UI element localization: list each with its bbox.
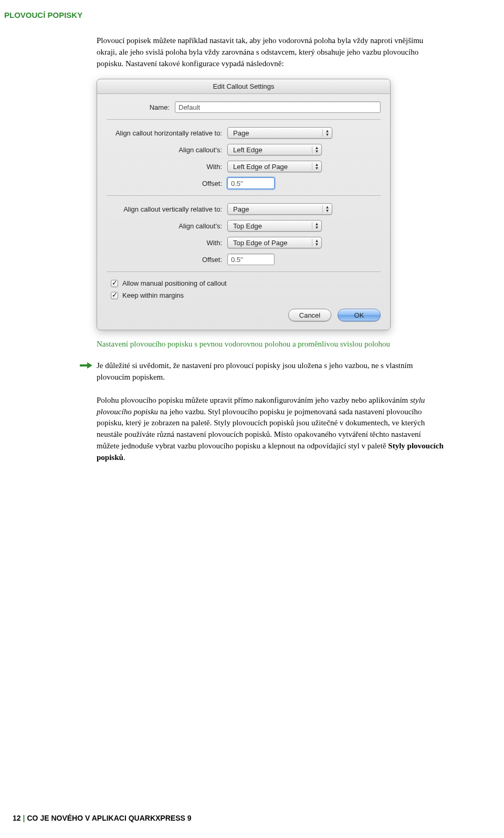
page-footer: 12|CO JE NOVÉHO V APLIKACI QUARKXPRESS 9 bbox=[13, 814, 191, 822]
select-value: Page bbox=[233, 205, 249, 213]
separator bbox=[107, 195, 381, 196]
h-offset-field[interactable]: 0.5" bbox=[227, 177, 275, 189]
h-with-select[interactable]: Left Edge of Page bbox=[227, 161, 322, 172]
cancel-button[interactable]: Cancel bbox=[288, 309, 331, 321]
v-with-label: With: bbox=[107, 239, 227, 247]
h-offset-label: Offset: bbox=[107, 180, 227, 187]
h-align-label: Align callout's: bbox=[107, 146, 227, 154]
updown-icon bbox=[322, 129, 330, 137]
separator bbox=[107, 271, 381, 272]
name-field[interactable]: Default bbox=[175, 101, 381, 113]
allow-manual-label: Allow manual positioning of callout bbox=[122, 279, 227, 287]
h-relative-label: Align callout horizontally relative to: bbox=[107, 129, 227, 137]
section-header: PLOVOUCÍ POPISKY bbox=[4, 11, 445, 19]
note-arrow-icon bbox=[80, 362, 92, 369]
h-with-label: With: bbox=[107, 163, 227, 171]
page-number: 12 bbox=[13, 814, 21, 822]
v-with-select[interactable]: Top Edge of Page bbox=[227, 237, 322, 248]
updown-icon bbox=[312, 222, 319, 229]
intro-paragraph: Plovoucí popisek můžete například nastav… bbox=[97, 35, 445, 69]
h-align-select[interactable]: Left Edge bbox=[227, 144, 322, 155]
v-relative-select[interactable]: Page bbox=[227, 203, 332, 215]
select-value: Top Edge of Page bbox=[233, 239, 287, 247]
v-offset-field[interactable]: 0.5" bbox=[227, 254, 275, 265]
figure-caption: Nastavení plovoucího popisku s pevnou vo… bbox=[97, 340, 445, 349]
select-value: Left Edge bbox=[233, 146, 262, 154]
edit-callout-dialog: Edit Callout Settings Name: Default Alig… bbox=[97, 79, 391, 330]
para-styles: Polohu plovoucího popisku můžete upravit… bbox=[97, 395, 445, 464]
v-align-label: Align callout's: bbox=[107, 222, 227, 230]
v-offset-label: Offset: bbox=[107, 256, 227, 264]
name-label: Name: bbox=[107, 103, 175, 111]
updown-icon bbox=[312, 163, 319, 170]
v-align-select[interactable]: Top Edge bbox=[227, 220, 322, 232]
select-value: Page bbox=[233, 129, 249, 137]
updown-icon bbox=[312, 239, 319, 246]
footer-title: CO JE NOVÉHO V APLIKACI QUARKXPRESS 9 bbox=[27, 814, 192, 822]
updown-icon bbox=[312, 146, 319, 153]
ok-button[interactable]: OK bbox=[338, 309, 381, 321]
keep-margins-label: Keep within margins bbox=[122, 291, 184, 299]
select-value: Left Edge of Page bbox=[233, 163, 288, 171]
updown-icon bbox=[322, 205, 330, 213]
select-value: Top Edge bbox=[233, 222, 262, 230]
allow-manual-checkbox[interactable] bbox=[111, 280, 118, 287]
dialog-title: Edit Callout Settings bbox=[97, 79, 390, 94]
v-relative-label: Align callout vertically relative to: bbox=[107, 205, 227, 213]
keep-margins-checkbox[interactable] bbox=[111, 292, 118, 299]
svg-marker-1 bbox=[87, 362, 92, 369]
separator bbox=[107, 119, 381, 120]
h-relative-select[interactable]: Page bbox=[227, 127, 332, 139]
svg-rect-0 bbox=[80, 364, 87, 366]
dialog-screenshot: Edit Callout Settings Name: Default Alig… bbox=[97, 79, 445, 330]
note-text: Je důležité si uvědomit, že nastavení pr… bbox=[97, 360, 445, 383]
